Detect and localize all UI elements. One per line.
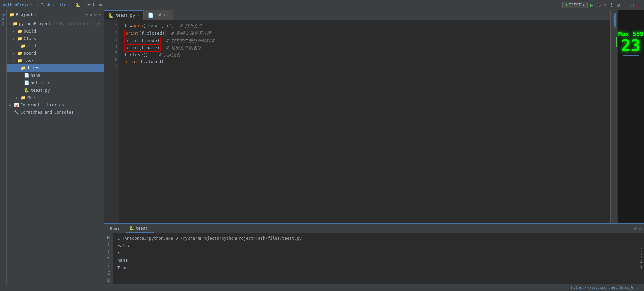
tree-item-zuoye[interactable]: ▶ 📁 作业 xyxy=(7,94,104,101)
py-icon: 🐍 xyxy=(24,88,29,93)
folder-icon: 📁 xyxy=(21,95,26,100)
code-line-3: print ( f.mode ) # 判断文件被打开的权限 xyxy=(124,37,605,44)
debug-button[interactable]: 🐞 xyxy=(596,2,601,8)
arrow-icon: ▾ xyxy=(9,22,11,26)
breadcrumb-task[interactable]: Task xyxy=(41,3,50,7)
run-config-selector[interactable]: ● TEEST ▾ xyxy=(562,2,588,8)
project-panel-title: 📁 Project ▾ xyxy=(9,12,36,17)
tab-run-teest[interactable]: 🐍 teest ✕ xyxy=(126,224,154,233)
arrow-icon: ▶ xyxy=(9,103,13,107)
tree-path: D:\PycharmProjects\pythonProject xyxy=(53,22,104,26)
project-title-label: Project xyxy=(16,12,33,17)
tree-item-hello-txt[interactable]: 📄 hello.txt xyxy=(7,79,104,86)
highlight-box-2: print ( f.closed ) xyxy=(124,30,166,37)
left-activity-bar: Project xyxy=(0,10,7,284)
settings-icon[interactable]: ⚙ xyxy=(634,226,637,231)
code-line-5: f.close() # 关闭文件 xyxy=(124,52,605,58)
folder-icon: 📁 xyxy=(17,36,22,41)
tree-item-external-libs[interactable]: ▶ 📊 External Libraries xyxy=(7,101,104,109)
tree-item-build[interactable]: ▶ 📁 build xyxy=(7,27,104,35)
maximize-icon[interactable]: □ xyxy=(629,2,635,8)
sort-icon[interactable]: ⇅ xyxy=(90,12,92,17)
line-num-3: 3 xyxy=(105,36,117,43)
run-tab-label: teest xyxy=(136,226,148,231)
bottom-panel: Run: 🐍 teest ✕ ⚙ ✕ ▶ ↑ ↓ ≡ ↕ xyxy=(104,223,644,284)
tree-label: Task xyxy=(24,58,34,63)
code-content[interactable]: f = open ( 'haha' , 'r' ) # 打开文件 xyxy=(119,20,610,223)
collapse-icon[interactable]: ─ xyxy=(99,12,101,17)
concurrency-button[interactable]: ⚙ xyxy=(616,2,621,8)
bottom-content: ▶ ↑ ↓ ≡ ↕ 🖨 🗑 E:\Anaconda3\python.exe D:… xyxy=(104,233,644,284)
tree-label: hello.txt xyxy=(31,80,52,85)
run-output: E:\Anaconda3\python.exe D:/PycharmProjec… xyxy=(113,233,637,284)
tree-item-pythonproject[interactable]: ▾ 📁 pythonProject D:\PycharmProjects\pyt… xyxy=(7,20,104,27)
tree-item-task[interactable]: ▾ 📁 Task xyxy=(7,57,104,64)
breadcrumb-files[interactable]: files xyxy=(57,3,69,7)
code-line-4: print ( f.name ) # 输出文件的名字 xyxy=(124,44,605,52)
tree-label: pythonProject xyxy=(19,21,51,26)
breadcrumb: pythonProject › Task › files › 🐍 teest.p… xyxy=(3,3,102,7)
tree-label: sound xyxy=(24,51,36,56)
scroll-down-button[interactable]: ↓ xyxy=(105,249,112,254)
structure-tab-label[interactable]: Z Structure xyxy=(639,247,643,270)
editor-content: 1 2 3 4 5 6 7 f = open ( xyxy=(104,20,610,223)
print-button[interactable]: 🖨 xyxy=(105,270,112,275)
tab-bar: 🐍 teest.py ✕ 📄 haha ✕ xyxy=(104,10,610,20)
tab-close-icon[interactable]: ✕ xyxy=(137,13,139,17)
tab-close-icon[interactable]: ✕ xyxy=(167,13,169,17)
score-value: 23 xyxy=(621,37,641,53)
tree-item-files[interactable]: ▾ 📁 files xyxy=(7,64,104,72)
tab-label: haha xyxy=(155,13,165,17)
tree-label: haha xyxy=(31,73,40,78)
dropdown-icon[interactable]: ▾ xyxy=(34,13,36,16)
run-tab-close[interactable]: ✕ xyxy=(149,226,151,230)
settings-icon[interactable]: ⚙ xyxy=(85,12,88,17)
minimize-icon[interactable]: ─ xyxy=(623,2,628,8)
code-line-7 xyxy=(124,65,605,72)
bottom-panel-controls: ⚙ ✕ xyxy=(634,226,641,231)
file-icon: 📄 xyxy=(24,73,29,78)
folder-icon: 📁 xyxy=(17,51,22,56)
status-url[interactable]: https://blog.csdn.net/Snji_G xyxy=(571,285,633,290)
tree-item-sound[interactable]: ▶ 📁 sound xyxy=(7,50,104,57)
tree-item-teest-py[interactable]: 🐍 teest.py xyxy=(7,86,104,94)
configure-icon[interactable]: ⚙ xyxy=(94,12,97,17)
tree-item-haha[interactable]: 📄 haha xyxy=(7,72,104,79)
tree-label: files xyxy=(27,66,39,70)
tree-item-scratches[interactable]: 🔧 Scratches and Consoles xyxy=(7,109,104,116)
profile-button[interactable]: ⏱ xyxy=(609,2,614,8)
editor-region: 🐍 teest.py ✕ 📄 haha ✕ 1 2 3 xyxy=(104,10,644,284)
line-num-1: 1 xyxy=(105,23,117,30)
folder-icon: 📁 xyxy=(21,66,26,70)
haha-file-icon: 📄 xyxy=(148,12,153,18)
run-again-button[interactable]: ▶ xyxy=(105,235,112,240)
breadcrumb-project[interactable]: pythonProject xyxy=(3,3,34,7)
tree-item-class[interactable]: ▶ 📁 Class xyxy=(7,35,104,42)
wrap-button[interactable]: ≡ xyxy=(105,256,112,261)
libs-icon: 📊 xyxy=(14,103,19,107)
folder-icon: 📁 xyxy=(21,44,26,48)
run-config-dropdown-icon[interactable]: ▾ xyxy=(582,3,585,7)
close-panel-icon[interactable]: ✕ xyxy=(639,226,641,231)
coverage-button[interactable]: ☂ xyxy=(602,2,608,8)
tab-haha[interactable]: 📄 haha ✕ xyxy=(144,10,173,20)
project-tab-label[interactable]: Project xyxy=(1,13,5,30)
code-line-1: f = open ( 'haha' , 'r' ) # 打开文件 xyxy=(124,23,605,30)
panel-icons: ⚙ ⇅ ⚙ ─ xyxy=(85,12,101,17)
line-num-5: 5 xyxy=(105,50,117,56)
trash-button[interactable]: 🗑 xyxy=(105,277,112,282)
close-icon[interactable]: ✕ xyxy=(636,2,641,8)
soft-wrap-button[interactable]: ↕ xyxy=(105,263,112,268)
status-right: https://blog.csdn.net/Snji_G ✓ xyxy=(571,285,640,290)
code-line-2: print ( f.closed ) # 判断文件是否关闭 xyxy=(124,30,605,37)
tab-teest-py[interactable]: 🐍 teest.py ✕ xyxy=(104,10,144,20)
folder-icon: 📁 xyxy=(17,58,22,63)
score-widget: Max 559 23 xyxy=(617,10,644,223)
tree-label: External Libraries xyxy=(20,103,64,107)
minimap-scrollbar[interactable] xyxy=(614,13,616,27)
tree-label: 作业 xyxy=(27,95,35,101)
scroll-up-button[interactable]: ↑ xyxy=(105,242,112,247)
run-button[interactable]: ▶ xyxy=(589,2,594,8)
tree-item-dist[interactable]: 📁 dist xyxy=(7,42,104,50)
line-num-4: 4 xyxy=(105,43,117,50)
